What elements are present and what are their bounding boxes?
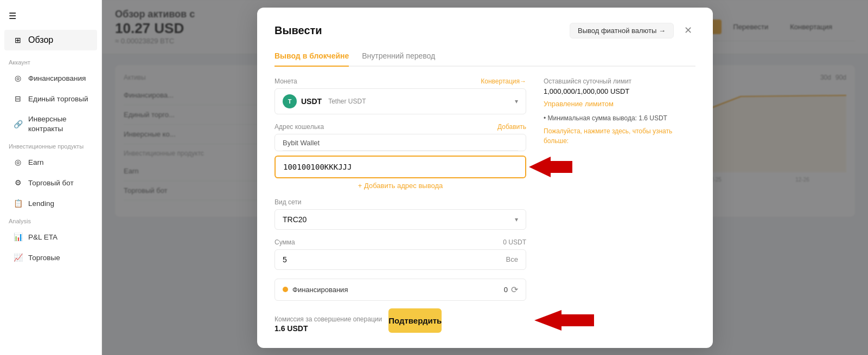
pnl-icon: 📊 xyxy=(13,232,23,242)
inverse-icon: 🔗 xyxy=(13,119,23,129)
source-text: Финансирования xyxy=(292,286,348,294)
fee-label: Комиссия за совершение операции xyxy=(275,315,382,323)
unified-icon: ⊟ xyxy=(13,94,23,104)
wallet-label-row: Адрес кошелька Добавить xyxy=(275,123,526,131)
source-balance: 0 xyxy=(504,286,508,294)
source-left: Финансирования xyxy=(283,286,348,294)
network-dropdown-arrow: ▾ xyxy=(515,216,518,223)
rule-min-withdraw: Минимальная сумма вывода: 1.6 USDT xyxy=(544,114,695,122)
fee-value: 1.6 USDT xyxy=(275,324,382,333)
sidebar: ☰ ⊞ Обзор Аккаунт ◎ Финансирования ⊟ Еди… xyxy=(0,0,102,355)
svg-marker-1 xyxy=(534,310,594,331)
add-address-link[interactable]: + Добавить адрес вывода xyxy=(275,182,526,190)
inverse-line1: Инверсные xyxy=(28,114,67,124)
modal-header-right: Вывод фиатной валюты → ✕ xyxy=(570,23,695,38)
sidebar-item-label: Lending xyxy=(28,199,54,208)
sidebar-section-analysis: Analysis xyxy=(0,214,101,227)
earn-icon: ◎ xyxy=(13,157,23,167)
address-input-container xyxy=(275,156,526,178)
network-selector[interactable]: TRC20 ▾ xyxy=(275,209,526,230)
amount-all-button[interactable]: Все xyxy=(506,255,518,263)
sidebar-item-bot[interactable]: ⚙ Торговый бот xyxy=(4,173,97,192)
sidebar-item-label: Финансирования xyxy=(28,74,86,82)
sidebar-item-pnl[interactable]: 📊 P&L ETA xyxy=(4,227,97,247)
trading-icon: 📈 xyxy=(13,253,23,262)
wallet-form-row: Адрес кошелька Добавить Bybit Wallet xyxy=(275,123,526,190)
conversion-link[interactable]: Конвертация→ xyxy=(481,78,526,85)
svg-marker-0 xyxy=(529,157,572,177)
sidebar-item-earn[interactable]: ◎ Earn xyxy=(4,152,97,172)
confirm-wrapper: Подтвердить xyxy=(388,308,526,333)
lending-icon: 📋 xyxy=(13,198,23,208)
modal-right-panel: Оставшийся суточный лимит 1,000,000/1,00… xyxy=(544,78,695,333)
sidebar-item-label: Торговые xyxy=(28,254,60,262)
network-form-row: Вид сети TRC20 ▾ xyxy=(275,198,526,230)
amount-input[interactable] xyxy=(283,255,471,264)
financing-icon: ◎ xyxy=(13,73,23,83)
red-arrow-confirm xyxy=(534,310,594,331)
coin-symbol: USDT xyxy=(301,97,322,106)
wallet-section: Bybit Wallet xyxy=(275,134,526,151)
sidebar-item-label: Обзор xyxy=(28,35,53,45)
sidebar-item-label: Earn xyxy=(28,158,44,166)
main-content: Обзор активов с 10.27 USD ≈ 0.00023829 B… xyxy=(102,0,868,355)
manage-limit-link[interactable]: Управление лимитом xyxy=(544,100,695,108)
sidebar-item-trading[interactable]: 📈 Торговые xyxy=(4,248,97,267)
sidebar-item-label: Единый торговый xyxy=(28,95,88,103)
add-wallet-link[interactable]: Добавить xyxy=(497,123,526,131)
bot-icon: ⚙ xyxy=(13,178,23,188)
address-input[interactable] xyxy=(283,163,518,171)
overview-icon: ⊞ xyxy=(13,35,23,45)
limit-value: 1,000,000/1,000,000 USDT xyxy=(544,87,695,95)
modal-left-panel: Монета Конвертация→ T USDT Tether USDT ▾ xyxy=(275,78,526,333)
modal-close-button[interactable]: ✕ xyxy=(680,23,695,38)
fiat-withdrawal-button[interactable]: Вывод фиатной валюты → xyxy=(570,23,674,38)
withdraw-modal: Вывести Вывод фиатной валюты → ✕ Вывод в… xyxy=(257,8,713,348)
wallet-name: Bybit Wallet xyxy=(283,139,518,151)
modal-body: Монета Конвертация→ T USDT Tether USDT ▾ xyxy=(275,78,695,333)
coin-icon: T xyxy=(283,94,297,108)
network-name: TRC20 xyxy=(283,215,307,224)
sidebar-item-lending[interactable]: 📋 Lending xyxy=(4,193,97,213)
coin-label: Монета Конвертация→ xyxy=(275,78,526,85)
sidebar-item-label: P&L ETA xyxy=(28,233,58,241)
tab-internal[interactable]: Внутренний перевод xyxy=(362,47,435,67)
amount-input-wrapper: Все xyxy=(275,249,526,270)
sidebar-section-invest: Инвестиционные продукты xyxy=(0,139,101,152)
coin-form-row: Монета Конвертация→ T USDT Tether USDT ▾ xyxy=(275,78,526,114)
sidebar-item-financing[interactable]: ◎ Финансирования xyxy=(4,68,97,88)
fee-info: Комиссия за совершение операции 1.6 USDT xyxy=(275,315,382,333)
inverse-line2: контракты xyxy=(28,124,67,134)
modal-header: Вывести Вывод фиатной валюты → ✕ xyxy=(275,23,695,38)
menu-icon[interactable]: ☰ xyxy=(0,7,101,30)
red-arrow-address xyxy=(529,157,572,177)
source-right: 0 ⟳ xyxy=(504,285,518,295)
sidebar-item-label: Торговый бот xyxy=(28,179,74,187)
sidebar-section-account: Аккаунт xyxy=(0,55,101,68)
amount-label-row: Сумма 0 USDT xyxy=(275,238,526,246)
coin-selector[interactable]: T USDT Tether USDT ▾ xyxy=(275,88,526,114)
right-notice[interactable]: Пожалуйста, нажмите здесь, чтобы узнать … xyxy=(544,126,695,146)
sidebar-item-inverse[interactable]: 🔗 Инверсные контракты xyxy=(4,109,97,138)
tab-blockchain[interactable]: Вывод в блокчейне xyxy=(275,47,349,67)
confirm-button[interactable]: Подтвердить xyxy=(388,308,442,333)
coin-fullname: Tether USDT xyxy=(328,98,366,105)
sidebar-item-unified[interactable]: ⊟ Единый торговый xyxy=(4,89,97,108)
limit-title: Оставшийся суточный лимит xyxy=(544,78,695,85)
source-dot xyxy=(283,287,288,292)
address-input-wrapper xyxy=(275,156,526,178)
modal-tabs: Вывод в блокчейне Внутренний перевод xyxy=(275,47,695,67)
coin-dropdown-arrow: ▾ xyxy=(515,98,518,105)
fee-confirm-row: Комиссия за совершение операции 1.6 USDT… xyxy=(275,308,526,333)
amount-form-row: Сумма 0 USDT Все xyxy=(275,238,526,270)
amount-label: Сумма xyxy=(275,238,295,246)
amount-balance: 0 USDT xyxy=(503,238,526,246)
coin-left: T USDT Tether USDT xyxy=(283,94,366,108)
source-refresh-icon[interactable]: ⟳ xyxy=(511,285,518,295)
network-label: Вид сети xyxy=(275,198,526,206)
source-row: Финансирования 0 ⟳ xyxy=(275,279,526,301)
modal-title: Вывести xyxy=(275,24,322,37)
sidebar-item-overview[interactable]: ⊞ Обзор xyxy=(4,30,97,50)
